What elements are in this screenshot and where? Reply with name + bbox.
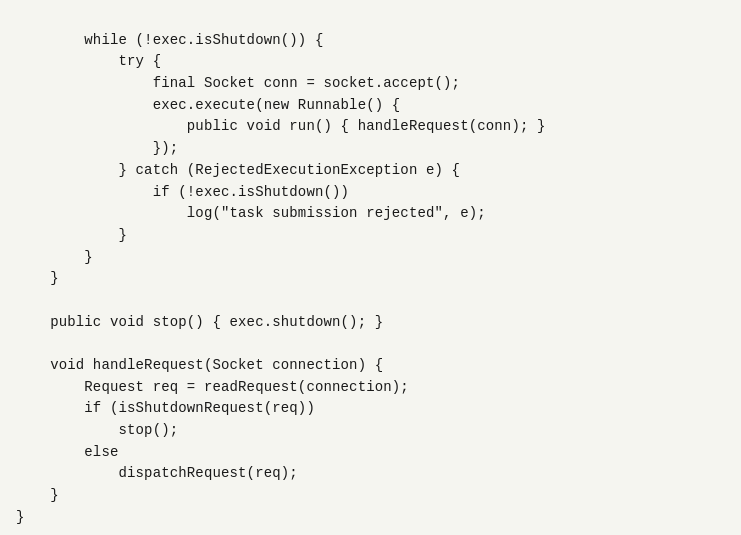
code-line: else xyxy=(16,442,725,464)
code-line: void handleRequest(Socket connection) { xyxy=(16,355,725,377)
code-container: while (!exec.isShutdown()) { try { final… xyxy=(16,8,725,529)
code-line: log("task submission rejected", e); xyxy=(16,203,725,225)
code-line: exec.execute(new Runnable() { xyxy=(16,95,725,117)
code-line: dispatchRequest(req); xyxy=(16,463,725,485)
code-line: final Socket conn = socket.accept(); xyxy=(16,73,725,95)
code-line: } xyxy=(16,507,725,529)
code-line: Request req = readRequest(connection); xyxy=(16,377,725,399)
code-line: try { xyxy=(16,51,725,73)
code-line: if (!exec.isShutdown()) xyxy=(16,182,725,204)
code-line: if (isShutdownRequest(req)) xyxy=(16,398,725,420)
code-line: } xyxy=(16,225,725,247)
code-line xyxy=(16,333,725,355)
code-line: }); xyxy=(16,138,725,160)
code-line xyxy=(16,290,725,312)
code-line: } xyxy=(16,247,725,269)
code-line: } catch (RejectedExecutionException e) { xyxy=(16,160,725,182)
code-line: stop(); xyxy=(16,420,725,442)
code-line: while (!exec.isShutdown()) { xyxy=(16,30,725,52)
code-line: public void run() { handleRequest(conn);… xyxy=(16,116,725,138)
code-line: public void stop() { exec.shutdown(); } xyxy=(16,312,725,334)
code-line: } xyxy=(16,485,725,507)
code-line: } xyxy=(16,268,725,290)
